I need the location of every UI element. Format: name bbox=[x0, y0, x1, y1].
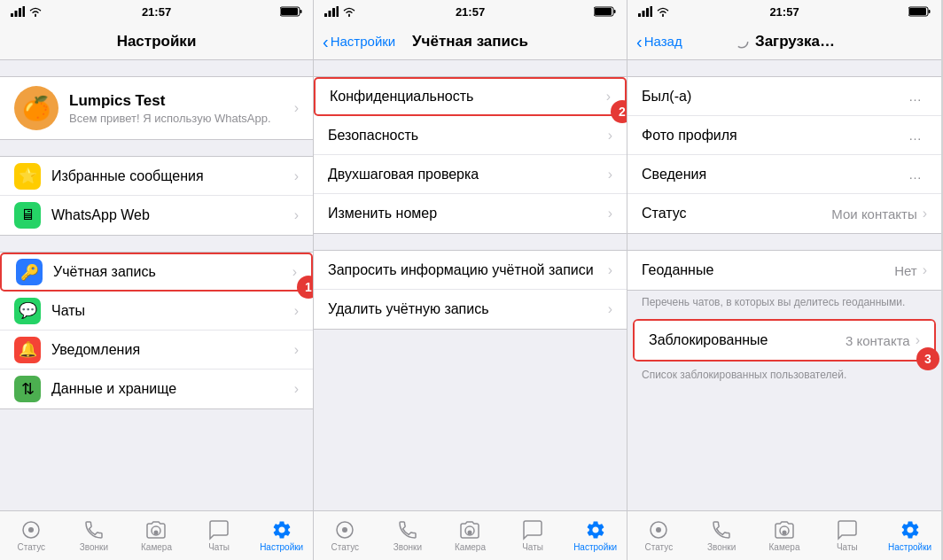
row-whatsapp-web[interactable]: 🖥 WhatsApp Web › bbox=[0, 196, 313, 235]
tab-calls-1[interactable]: Звонки bbox=[63, 519, 126, 552]
row-chats[interactable]: 💬 Чаты › bbox=[0, 292, 313, 331]
geodata-value: Нет bbox=[894, 263, 917, 278]
nav-back-2[interactable]: ‹ Настройки bbox=[323, 33, 395, 51]
svg-rect-12 bbox=[332, 8, 335, 17]
2step-chevron: › bbox=[608, 167, 612, 183]
favorites-icon: ⭐ bbox=[14, 163, 41, 190]
wifi-icon bbox=[28, 6, 43, 17]
tab-bar-3: Статус Звонки Камера Чаты Настройки bbox=[627, 510, 941, 560]
content-3: Был(-а) … Фото профиля … Сведения … Стат… bbox=[627, 60, 941, 510]
tab-chats-label-2: Чаты bbox=[522, 542, 543, 552]
profile-photo-label: Фото профиля bbox=[642, 128, 908, 144]
battery-icon-2 bbox=[594, 6, 616, 17]
svg-rect-21 bbox=[643, 11, 645, 17]
status-bar-2: 21:57 bbox=[314, 0, 627, 23]
camera-tab-icon-2 bbox=[459, 519, 480, 541]
svg-point-18 bbox=[342, 527, 347, 533]
row-blocked[interactable]: Заблокированные 3 контакта › bbox=[635, 321, 934, 360]
whatsappweb-label: WhatsApp Web bbox=[51, 207, 294, 223]
nav-back-3[interactable]: ‹ Назад bbox=[636, 33, 682, 51]
row-account[interactable]: 🔑 Учётная запись › bbox=[0, 253, 313, 292]
calls-tab-icon-3 bbox=[711, 519, 732, 541]
tab-settings-1[interactable]: Настройки bbox=[250, 519, 313, 552]
tab-settings-label-2: Настройки bbox=[573, 542, 617, 552]
row-notifications[interactable]: 🔔 Уведомления › bbox=[0, 331, 313, 369]
tab-settings-label-3: Настройки bbox=[888, 542, 931, 552]
calls-tab-icon bbox=[83, 519, 105, 541]
delete-account-chevron: › bbox=[608, 301, 612, 317]
svg-point-30 bbox=[782, 531, 786, 535]
status-tab-icon-2 bbox=[334, 519, 355, 541]
settings-tab-icon-2 bbox=[585, 519, 606, 541]
settings-group-2a: Конфиденциальность › 2 Безопасность › Дв… bbox=[314, 76, 627, 234]
row-last-seen[interactable]: Был(-а) … bbox=[627, 77, 941, 116]
row-profile-photo[interactable]: Фото профиля … bbox=[627, 116, 941, 155]
tab-status-label-1: Статус bbox=[17, 542, 45, 552]
row-security[interactable]: Безопасность › bbox=[314, 116, 627, 155]
svg-rect-5 bbox=[281, 8, 298, 15]
panel-2: 21:57 ‹ Настройки Учётная запись Конфиде… bbox=[314, 0, 627, 560]
svg-rect-11 bbox=[329, 11, 331, 17]
row-favorites[interactable]: ⭐ Избранные сообщения › bbox=[0, 157, 313, 196]
tab-status-1[interactable]: Статус bbox=[0, 519, 63, 552]
row-geodata[interactable]: Геоданные Нет › bbox=[627, 251, 941, 290]
geodata-chevron: › bbox=[923, 262, 927, 278]
panel-1: 21:57 Настройки 🍊 Lumpics Test Всем прив… bbox=[0, 0, 314, 560]
notifications-icon: 🔔 bbox=[14, 337, 41, 363]
nav-bar-3: ‹ Назад @keyframes spin { from { transfo… bbox=[627, 23, 941, 60]
tab-calls-2[interactable]: Звонки bbox=[377, 519, 440, 552]
geodata-label: Геоданные bbox=[642, 262, 894, 278]
tab-bar-1: Статус Звонки Камера Чаты Настройки bbox=[0, 510, 313, 560]
wifi-icon-2 bbox=[342, 6, 356, 17]
battery-icon-3 bbox=[908, 6, 931, 17]
row-data[interactable]: ⇅ Данные и хранище › bbox=[0, 369, 313, 408]
favorites-chevron: › bbox=[294, 168, 299, 184]
last-seen-label: Был(-а) bbox=[642, 89, 908, 105]
data-icon: ⇅ bbox=[14, 376, 41, 402]
tab-settings-3[interactable]: Настройки bbox=[878, 519, 941, 552]
tab-chats-3[interactable]: Чаты bbox=[815, 519, 878, 552]
tab-chats-1[interactable]: Чаты bbox=[188, 519, 251, 552]
blocked-subtext: Список заблокированных пользователей. bbox=[627, 363, 941, 388]
row-request-info[interactable]: Запросить информацию учётной записи › bbox=[314, 251, 627, 290]
step-badge-3: 3 bbox=[916, 347, 939, 370]
content-1: 🍊 Lumpics Test Всем привет! Я использую … bbox=[0, 60, 313, 510]
svg-rect-6 bbox=[300, 10, 302, 13]
status-time-2: 21:57 bbox=[456, 5, 485, 19]
account-row-wrapper: 🔑 Учётная запись › 1 bbox=[0, 253, 313, 292]
delete-account-label: Удалить учётную запись bbox=[328, 301, 608, 317]
svg-rect-2 bbox=[19, 8, 21, 17]
tab-camera-2[interactable]: Камера bbox=[439, 519, 502, 552]
security-chevron: › bbox=[608, 128, 612, 144]
row-delete-account[interactable]: Удалить учётную запись › bbox=[314, 290, 627, 329]
tab-camera-label-1: Камера bbox=[141, 542, 172, 552]
svg-rect-25 bbox=[909, 8, 926, 15]
back-label-2: Настройки bbox=[331, 34, 396, 49]
tab-status-label-3: Статус bbox=[645, 542, 674, 552]
svg-rect-3 bbox=[23, 6, 26, 17]
tab-status-label-2: Статус bbox=[331, 542, 359, 552]
tab-status-3[interactable]: Статус bbox=[627, 519, 690, 552]
tab-chats-2[interactable]: Чаты bbox=[502, 519, 565, 552]
content-2: Конфиденциальность › 2 Безопасность › Дв… bbox=[314, 60, 627, 510]
favorites-label: Избранные сообщения bbox=[51, 168, 294, 184]
settings-tab-icon-active bbox=[271, 519, 292, 541]
profile-info: Lumpics Test Всем привет! Я использую Wh… bbox=[69, 92, 294, 125]
tab-camera-3[interactable]: Камера bbox=[753, 519, 816, 552]
tab-camera-1[interactable]: Камера bbox=[125, 519, 188, 552]
row-info[interactable]: Сведения … bbox=[627, 155, 941, 194]
tab-status-2[interactable]: Статус bbox=[314, 519, 377, 552]
row-2step[interactable]: Двухшаговая проверка › bbox=[314, 155, 627, 194]
profile-section[interactable]: 🍊 Lumpics Test Всем привет! Я использую … bbox=[0, 76, 313, 140]
svg-rect-10 bbox=[324, 13, 327, 17]
tab-calls-3[interactable]: Звонки bbox=[690, 519, 753, 552]
row-status[interactable]: Статус Мои контакты › bbox=[627, 194, 941, 233]
svg-point-29 bbox=[656, 527, 661, 533]
nav-title-1: Настройки bbox=[117, 33, 197, 51]
loading-icon bbox=[734, 34, 750, 50]
tab-settings-2[interactable]: Настройки bbox=[564, 519, 627, 552]
svg-point-9 bbox=[154, 531, 159, 535]
row-privacy[interactable]: Конфиденциальность › bbox=[314, 77, 627, 116]
row-change-number[interactable]: Изменить номер › bbox=[314, 194, 627, 233]
back-chevron-3: ‹ bbox=[636, 33, 643, 51]
